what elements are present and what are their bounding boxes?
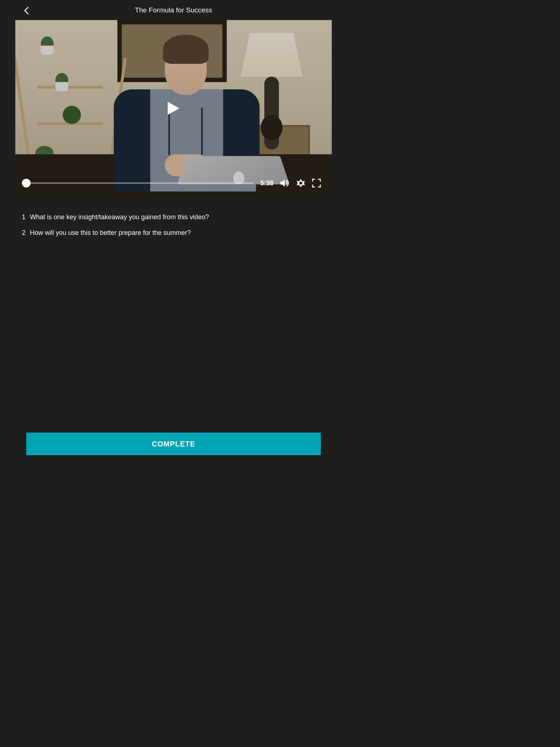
page-title: The Formula for Success — [0, 6, 347, 14]
question-number: 1 — [22, 213, 30, 221]
back-button[interactable] — [24, 7, 30, 16]
header: The Formula for Success — [0, 0, 347, 20]
play-button[interactable] — [167, 101, 180, 117]
chevron-left-icon — [24, 7, 30, 15]
volume-icon — [280, 179, 289, 187]
fullscreen-icon — [312, 179, 321, 187]
settings-button[interactable] — [296, 178, 306, 188]
gear-icon — [296, 178, 306, 188]
question-text: What is one key insight/takeaway you gai… — [30, 213, 209, 221]
video-player[interactable]: 5:38 — [15, 20, 332, 198]
questions-list: 1 What is one key insight/takeaway you g… — [22, 213, 325, 237]
question-item: 1 What is one key insight/takeaway you g… — [22, 213, 325, 221]
fullscreen-button[interactable] — [312, 179, 321, 187]
complete-button[interactable]: COMPLETE — [26, 433, 321, 455]
question-number: 2 — [22, 229, 30, 237]
progress-thumb[interactable] — [22, 179, 31, 187]
volume-button[interactable] — [280, 179, 289, 187]
video-progress-bar[interactable] — [26, 182, 254, 184]
question-item: 2 How will you use this to better prepar… — [22, 229, 325, 237]
video-duration: 5:38 — [260, 179, 273, 187]
question-text: How will you use this to better prepare … — [30, 229, 191, 237]
svg-point-0 — [299, 182, 302, 185]
play-icon — [167, 101, 180, 116]
video-controls: 5:38 — [26, 178, 321, 188]
